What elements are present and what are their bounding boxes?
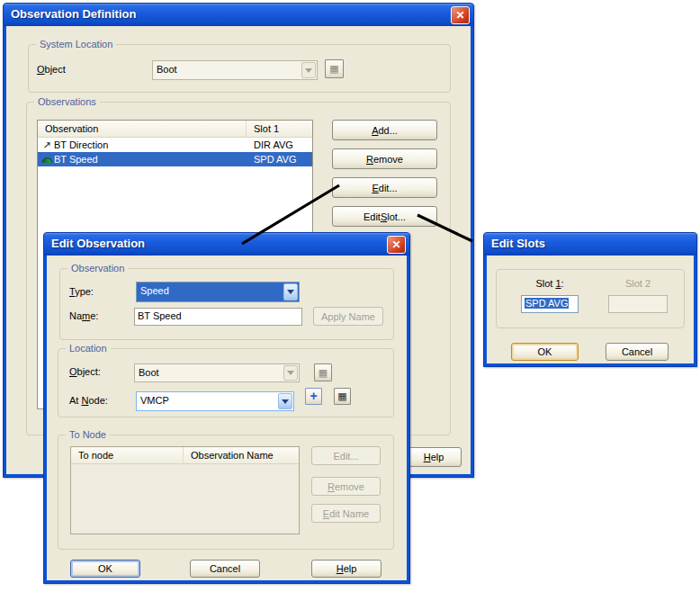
column-header-to-node: To node — [71, 447, 184, 463]
at-node-dropdown[interactable]: VMCP — [136, 391, 294, 411]
edit-slots-body: Slot 1: Slot 2 SPD AVG OK Cancel — [487, 256, 694, 363]
edit-slots-titlebar[interactable]: Edit Slots — [484, 233, 696, 256]
observation-definition-titlebar[interactable]: Observation Definition — [4, 4, 473, 26]
edit-slot-button[interactable]: Edit Slot... — [332, 206, 437, 227]
at-node-value: VMCP — [137, 392, 278, 410]
edit-slots-window: Edit Slots Slot 1: Slot 2 SPD AVG OK Can… — [483, 232, 697, 367]
plus-icon: + — [310, 390, 317, 402]
object-dropdown: Boot — [152, 60, 318, 80]
observation-slot1: DIR AVG — [245, 139, 293, 150]
edit-observation-titlebar[interactable]: Edit Observation — [44, 233, 409, 256]
remove-button[interactable]: Remove — [332, 148, 437, 169]
location-group-label: Location — [66, 342, 111, 354]
observation-name: BT Speed — [54, 154, 98, 165]
slot2-input — [608, 295, 668, 313]
list-item-bt-speed[interactable]: BT Speed SPD AVG — [38, 152, 312, 166]
name-field[interactable]: BT Speed — [134, 308, 302, 326]
observations-list-header: Observation Slot 1 — [38, 121, 312, 138]
location-object-value: Boot — [135, 364, 283, 381]
chevron-down-icon — [301, 62, 316, 78]
object-dropdown-value: Boot — [153, 61, 301, 79]
edit-observation-body: Observation Type: Speed Name: BT Speed A… — [47, 256, 407, 580]
observation-slot1: SPD AVG — [245, 154, 296, 165]
column-header-slot1[interactable]: Slot 1 — [247, 121, 312, 137]
slot1-input[interactable]: SPD AVG — [521, 295, 579, 313]
to-node-group-label: To Node — [66, 428, 110, 441]
chevron-down-icon[interactable] — [278, 393, 292, 409]
observations-group-label: Observations — [34, 95, 100, 108]
chevron-down-icon — [283, 365, 298, 381]
close-button[interactable]: ✕ — [387, 236, 406, 254]
help-button[interactable]: Help — [406, 447, 462, 467]
at-node-label: At Node: — [69, 395, 108, 406]
close-button[interactable]: ✕ — [451, 6, 470, 24]
chevron-down-icon[interactable] — [283, 283, 298, 300]
location-object-dropdown: Boot — [134, 363, 300, 382]
speed-gauge-icon — [40, 154, 53, 165]
browse-location-object-button[interactable]: ▦ — [314, 363, 332, 381]
grid-edit-icon: ▦ — [337, 391, 346, 401]
system-location-group-label: System Location — [36, 38, 116, 50]
observation-name: BT Direction — [54, 139, 108, 150]
edit-button[interactable]: Edit... — [332, 177, 437, 198]
observation-group-label: Observation — [67, 262, 128, 274]
to-node-table-header: To node Observation Name — [71, 447, 299, 464]
column-header-observation-name: Observation Name — [184, 447, 299, 463]
to-node-edit-name-button: Edit Name — [311, 504, 381, 523]
close-icon: ✕ — [391, 238, 400, 251]
to-node-edit-button: Edit... — [311, 446, 381, 465]
ok-button[interactable]: OK — [70, 560, 140, 578]
name-label: Name: — [69, 310, 98, 321]
node-grid-button[interactable]: ▦ — [334, 388, 351, 405]
observation-group: Observation — [59, 268, 394, 340]
cancel-button[interactable]: Cancel — [606, 343, 669, 361]
ok-button[interactable]: OK — [511, 343, 579, 361]
name-field-value: BT Speed — [138, 310, 182, 321]
apply-name-button: Apply Name — [313, 307, 383, 326]
slot1-label: Slot 1: — [521, 278, 579, 289]
type-label: Type: — [69, 286, 94, 297]
to-node-remove-button: Remove — [311, 477, 381, 496]
edit-observation-window: Edit Observation ✕ Observation Type: Spe… — [43, 232, 410, 584]
help-button[interactable]: Help — [311, 560, 381, 578]
add-node-button[interactable]: + — [305, 388, 322, 405]
type-dropdown-value: Speed — [137, 283, 283, 301]
cancel-button[interactable]: Cancel — [190, 560, 260, 578]
location-object-label: Object: — [69, 366, 101, 377]
grid-icon: ▦ — [329, 64, 338, 74]
type-dropdown[interactable]: Speed — [136, 282, 300, 302]
close-icon: ✕ — [455, 9, 464, 22]
browse-object-button[interactable]: ▦ — [325, 59, 344, 78]
object-label: Object — [37, 64, 66, 75]
direction-arrow-icon: ↗ — [40, 139, 53, 150]
list-item-bt-direction[interactable]: ↗ BT Direction DIR AVG — [38, 138, 312, 152]
column-header-observation[interactable]: Observation — [38, 121, 247, 137]
to-node-table: To node Observation Name — [70, 446, 300, 534]
grid-icon: ▦ — [319, 368, 328, 378]
slot1-input-value: SPD AVG — [525, 298, 569, 309]
slot2-label: Slot 2 — [608, 278, 668, 289]
add-button[interactable]: Add... — [332, 120, 437, 140]
